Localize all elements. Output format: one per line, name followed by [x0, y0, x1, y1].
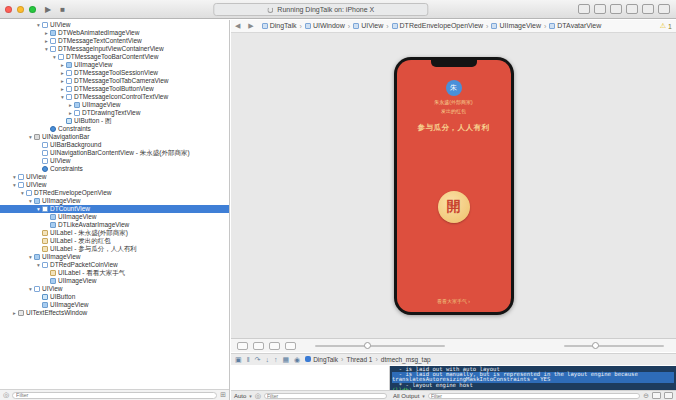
disclosure-open-icon[interactable]: ▾ [19, 189, 26, 197]
tree-row[interactable]: ▸DTMessageToolSessionView [0, 69, 229, 77]
spacing-slider-knob[interactable] [364, 342, 371, 349]
zoom-window-button[interactable] [29, 6, 36, 13]
disclosure-open-icon[interactable]: ▾ [35, 21, 42, 29]
disclosure-closed-icon[interactable]: ▸ [59, 61, 66, 69]
debug-breadcrumb-item[interactable]: dtmech_msg_tap [381, 356, 431, 363]
console-filter-input[interactable] [428, 393, 640, 399]
debug-breadcrumb-item[interactable]: Thread 1 [346, 356, 372, 363]
disclosure-open-icon[interactable]: ▾ [59, 93, 66, 101]
tree-row[interactable]: UIBarBackground [0, 141, 229, 149]
console-pane-toggle-icon[interactable] [664, 392, 673, 399]
tree-row[interactable]: DTLikeAvatarImageView [0, 221, 229, 229]
console-scope-select[interactable]: All Output [393, 393, 419, 399]
tree-row[interactable]: UILabel - 看看大家手气 [0, 269, 229, 277]
step-out-icon[interactable]: ↑ [274, 356, 278, 363]
disclosure-closed-icon[interactable]: ▸ [11, 309, 18, 317]
debug-view-hierarchy-icon[interactable]: ▦ [282, 356, 289, 364]
tree-row[interactable]: ▾UINavigationBar [0, 133, 229, 141]
tree-row[interactable]: ▾DTMessageTooBarContentView [0, 53, 229, 61]
tree-row[interactable]: ▸DTMessageTextContentView [0, 37, 229, 45]
stop-button[interactable]: ■ [60, 0, 65, 19]
tree-row[interactable]: ▸UIImageView [0, 61, 229, 69]
tree-row[interactable]: Constraints [0, 125, 229, 133]
tree-row[interactable]: UIImageView [0, 213, 229, 221]
tree-row[interactable]: ▸UITextEffectsWindow [0, 309, 229, 317]
tree-row[interactable]: ▾DTMessageIconControlTextView [0, 93, 229, 101]
editor-version-icon[interactable] [610, 4, 622, 14]
breadcrumb-item[interactable]: DTRedEnvelopeOpenView [392, 22, 484, 29]
tree-row[interactable]: ▾UIView [0, 181, 229, 189]
variables-scope-select[interactable]: Auto [234, 393, 246, 399]
disclosure-closed-icon[interactable]: ▸ [59, 77, 66, 85]
disclosure-closed-icon[interactable]: ▸ [59, 85, 66, 93]
step-into-icon[interactable]: ↓ [265, 356, 269, 363]
tree-row[interactable]: ▾UIView [0, 285, 229, 293]
disclosure-open-icon[interactable]: ▾ [27, 133, 34, 141]
tree-row[interactable]: ▸DTWebAnimatedImageView [0, 29, 229, 37]
orient-to-2d-icon[interactable] [285, 342, 296, 350]
disclosure-open-icon[interactable]: ▾ [27, 285, 34, 293]
tree-row[interactable]: UIImageView [0, 277, 229, 285]
tree-row[interactable]: UINavigationBarContentView - 朱永盛(外部商家) [0, 149, 229, 157]
run-button[interactable]: ▶ [45, 0, 51, 19]
trash-icon[interactable]: ⊖ [643, 392, 649, 400]
tree-row[interactable]: UILabel - 朱永盛(外部商家) [0, 229, 229, 237]
disclosure-open-icon[interactable]: ▾ [35, 205, 42, 213]
check-luck-link[interactable]: 看看大家手气 › [397, 298, 511, 304]
console-output[interactable]: - is laid out with auto layout - is laid… [390, 366, 676, 390]
tree-row[interactable]: Constraints [0, 165, 229, 173]
view-spacing-slider[interactable] [315, 345, 445, 347]
disclosure-open-icon[interactable]: ▾ [11, 173, 18, 181]
tree-row[interactable]: UILabel - 参与瓜分，人人有利 [0, 245, 229, 253]
debug-breadcrumb-item[interactable]: DingTalk [305, 356, 338, 363]
disclosure-closed-icon[interactable]: ▸ [67, 109, 74, 117]
close-window-button[interactable] [5, 6, 12, 13]
tree-row[interactable]: ▸DTMessageToolTabCameraView [0, 77, 229, 85]
tree-row[interactable]: UIButton - 图 [0, 117, 229, 125]
tree-row[interactable]: ▾DTMessageInputViewContainerView [0, 45, 229, 53]
disclosure-open-icon[interactable]: ▾ [27, 197, 34, 205]
panel-left-toggle-icon[interactable] [626, 4, 638, 14]
debug-memory-graph-icon[interactable]: ◉ [294, 356, 300, 364]
disclosure-open-icon[interactable]: ▾ [27, 253, 34, 261]
disclosure-open-icon[interactable]: ▾ [51, 53, 58, 61]
editor-assistant-icon[interactable] [594, 4, 606, 14]
back-forward-buttons[interactable]: ◀ ▶ [235, 22, 257, 30]
tree-row[interactable]: ▸DTMessageToolButtonView [0, 85, 229, 93]
breadcrumb-item[interactable]: UIImageView [491, 22, 541, 29]
hide-debug-area-icon[interactable]: ▣ [235, 356, 242, 364]
breadcrumb-item[interactable]: UIView [353, 22, 383, 29]
breadcrumb-item[interactable]: DTAvatarView [549, 22, 601, 29]
disclosure-open-icon[interactable]: ▾ [11, 181, 18, 189]
app-screen[interactable]: 朱 朱永盛(外部商家) 发出的红包 参与瓜分，人人有利 開 看看大家手气 › [397, 60, 511, 312]
tree-row[interactable]: ▾UIImageView [0, 253, 229, 261]
show-clipped-content-icon[interactable] [253, 342, 264, 350]
breadcrumb-item[interactable]: DingTalk [262, 22, 297, 29]
open-coin-button[interactable]: 開 [438, 191, 470, 223]
minimize-window-button[interactable] [17, 6, 24, 13]
visible-range-slider[interactable] [564, 345, 664, 347]
breadcrumb-item[interactable]: UIWindow [305, 22, 345, 29]
disclosure-open-icon[interactable]: ▾ [35, 261, 42, 269]
tree-row[interactable]: ▸UIImageView [0, 101, 229, 109]
tree-row[interactable]: ▸DTDrawingTextView [0, 109, 229, 117]
tree-row[interactable]: ▾DTCountView [0, 205, 229, 213]
variables-view[interactable] [231, 366, 390, 390]
pause-execution-icon[interactable]: ‖ [247, 356, 250, 363]
disclosure-closed-icon[interactable]: ▸ [43, 37, 50, 45]
disclosure-closed-icon[interactable]: ▸ [67, 101, 74, 109]
show-constraints-toggle-icon[interactable] [269, 342, 280, 350]
disclosure-closed-icon[interactable]: ▸ [59, 69, 66, 77]
tree-row[interactable]: UIImageView [0, 301, 229, 309]
variables-filter-input[interactable] [264, 393, 387, 399]
panel-bottom-toggle-icon[interactable] [642, 4, 654, 14]
warning-badge[interactable]: ⚠ 1 [660, 22, 672, 30]
filter-icon[interactable]: ◎ [255, 392, 261, 400]
tree-row[interactable]: UILabel - 发出的红包 [0, 237, 229, 245]
show-constraints-icon[interactable]: ⊞ [220, 391, 226, 399]
navigator-filter-input[interactable] [12, 392, 217, 399]
editor-standard-icon[interactable] [578, 4, 590, 14]
panel-right-toggle-icon[interactable] [658, 4, 670, 14]
tree-row[interactable]: ▾DTRedPacketCoinView [0, 261, 229, 269]
tree-row[interactable]: ▾UIView [0, 173, 229, 181]
